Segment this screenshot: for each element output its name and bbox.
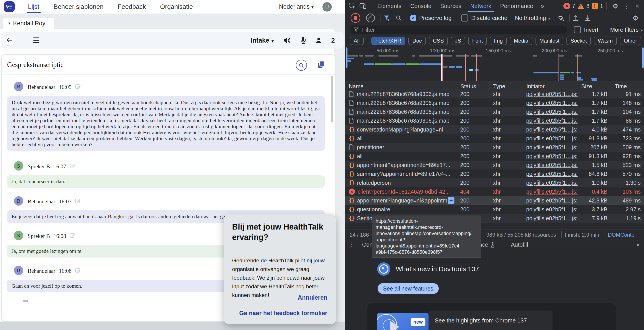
table-row[interactable]: main.222b87836bc6768a9306.js.map200xhrpo…: [345, 90, 644, 98]
filter-chip-manifest[interactable]: Manifest: [536, 37, 564, 45]
nav-tab-feedback[interactable]: Feedback: [116, 0, 147, 14]
intake-dropdown[interactable]: Intake▾: [251, 37, 274, 44]
edit-icon[interactable]: [75, 267, 81, 275]
filter-chip-socket[interactable]: Socket: [566, 37, 591, 45]
table-row[interactable]: main.222b87836bc6768a9306.js.map200xhrpo…: [345, 116, 644, 125]
patient-tab-kendall-roy[interactable]: ▾ Kendall Roy: [3, 18, 54, 29]
network-overview-timeline[interactable]: 50,000 ms100,000 ms150,000 ms200,000 ms2…: [345, 46, 644, 81]
nav-tab-organisatie[interactable]: Organisatie: [159, 0, 194, 14]
network-conditions-icon[interactable]: [557, 15, 564, 21]
table-row[interactable]: {}questionnaire200xhrpolyfills.e02b5f1..…: [345, 205, 644, 214]
table-row[interactable]: {}appointment?language=nl&appointm200xhr…: [345, 196, 644, 205]
table-row[interactable]: ×client?personId=081a46a9-6dbd-42...404x…: [345, 187, 644, 196]
menu-button[interactable]: [33, 37, 40, 43]
preserve-log-checkbox[interactable]: ✓: [410, 15, 416, 21]
table-row[interactable]: main.222b87836bc6768a9306.js.map200xhrpo…: [345, 107, 644, 116]
devtools-tab-elements[interactable]: Elements: [373, 0, 406, 12]
initiator-link[interactable]: polyfills.e02b5f1....js:: [526, 189, 578, 195]
settings-gear-icon[interactable]: ⚙: [610, 2, 621, 10]
filter-chip-wasm[interactable]: Wasm: [594, 37, 617, 45]
initiator-link[interactable]: polyfills.e02b5f1....js:: [526, 117, 578, 124]
more-filters-dropdown[interactable]: More filters▾: [610, 26, 643, 33]
clear-network-log-button[interactable]: [366, 14, 375, 22]
ai-insights-icon[interactable]: [448, 197, 454, 204]
devtools-tab-network[interactable]: Network: [466, 0, 496, 12]
edit-icon[interactable]: [75, 84, 81, 91]
filter-chip-js[interactable]: JS: [451, 37, 465, 45]
invert-checkbox[interactable]: [574, 26, 581, 33]
timeline-right-handle[interactable]: [642, 48, 644, 68]
edit-icon[interactable]: [70, 163, 76, 170]
user-avatar[interactable]: U: [322, 2, 332, 12]
microphone-icon[interactable]: [300, 37, 306, 44]
table-row[interactable]: {}conversationMapping?language=nl200xhrp…: [345, 125, 644, 134]
back-button[interactable]: [4, 35, 15, 46]
error-badge-icon[interactable]: ×: [564, 3, 570, 9]
drawer-kebab-icon[interactable]: ⋮: [345, 241, 355, 248]
initiator-link[interactable]: polyfills.e02b5f1....js:: [526, 180, 578, 186]
filter-chip-other[interactable]: Other: [620, 37, 641, 45]
filter-chip-css[interactable]: CSS: [429, 37, 448, 45]
filter-chip-all[interactable]: All: [350, 37, 364, 45]
table-row[interactable]: {}all200xhrpolyfills.e02b5f1....js:91.3 …: [345, 152, 644, 160]
edit-icon[interactable]: [75, 198, 81, 205]
participants-icon[interactable]: [315, 37, 322, 44]
nav-tab-beheer-sjablonen[interactable]: Beheer sjablonen: [52, 0, 105, 14]
close-devtools-icon[interactable]: ×: [633, 2, 642, 10]
initiator-link[interactable]: polyfills.e02b5f1....js:: [526, 171, 578, 177]
initiator-link[interactable]: polyfills.e02b5f1....js:: [526, 206, 578, 213]
table-row[interactable]: {}all200xhrpolyfills.e02b5f1....js:91.3 …: [345, 134, 644, 143]
initiator-link[interactable]: polyfills.e02b5f1....js:: [526, 109, 578, 115]
devtools-tab-performance[interactable]: Performance: [496, 0, 538, 12]
see-all-new-features-button[interactable]: See all new features: [378, 283, 439, 294]
import-har-icon[interactable]: [573, 15, 579, 21]
transcript-scrollbar[interactable]: [331, 76, 333, 122]
language-selector[interactable]: Nederlands▾: [279, 3, 314, 10]
filter-chip-media[interactable]: Media: [510, 37, 532, 45]
drawer-tab-autofill[interactable]: Autofill: [509, 241, 530, 248]
highlight-video-thumbnail[interactable]: new: [377, 313, 428, 330]
filter-chip-fetch-xhr[interactable]: Fetch/XHR: [372, 37, 405, 45]
more-tabs-icon[interactable]: »: [538, 3, 547, 10]
table-row[interactable]: {}relatedperson200xhrpolyfills.e02b5f1..…: [345, 178, 644, 187]
device-toolbar-icon[interactable]: [360, 3, 366, 9]
kebab-menu-icon[interactable]: ⋮: [621, 2, 633, 10]
export-har-icon[interactable]: [585, 15, 591, 21]
copy-button[interactable]: [317, 61, 325, 70]
throttling-dropdown[interactable]: No throttling▾: [515, 15, 550, 22]
filter-input[interactable]: Filter: [350, 26, 567, 34]
search-button[interactable]: [296, 60, 307, 71]
initiator-link[interactable]: polyfills.e02b5f1....js:: [526, 100, 578, 106]
app-logo-icon[interactable]: [4, 1, 14, 12]
initiator-link[interactable]: polyfills.e02b5f1....js:: [526, 91, 578, 97]
speaker-icon[interactable]: [283, 37, 291, 44]
warning-icon[interactable]: [578, 3, 584, 9]
initiator-link[interactable]: polyfills.e02b5f1....js:: [526, 126, 578, 133]
table-row[interactable]: practitioner200xhrpolyfills.e02b5f1....j…: [345, 143, 644, 152]
search-network-icon[interactable]: [396, 15, 402, 21]
devtools-tab-console[interactable]: Console: [406, 0, 436, 12]
devtools-tab-sources[interactable]: Sources: [436, 0, 466, 12]
issues-badge-icon[interactable]: !: [592, 3, 598, 9]
table-row[interactable]: {}summary?appointmentId=89fe17c4-...200x…: [345, 170, 644, 178]
nav-tab-lijst[interactable]: Lijst: [26, 0, 41, 14]
highlight-card[interactable]: new See the highlights from Chrome 137: [368, 303, 616, 330]
initiator-link[interactable]: polyfills.e02b5f1....js:: [526, 144, 578, 150]
inspect-element-icon[interactable]: [349, 3, 356, 9]
record-network-log-button[interactable]: [350, 13, 360, 23]
filter-chip-img[interactable]: Img: [490, 37, 507, 45]
edit-icon[interactable]: [70, 233, 76, 240]
close-drawer-icon[interactable]: ×: [634, 241, 642, 248]
initiator-link[interactable]: polyfills.e02b5f1....js:: [526, 153, 578, 159]
initiator-link[interactable]: polyfills.e02b5f1....js:: [526, 135, 578, 142]
filter-chip-doc[interactable]: Doc: [408, 37, 426, 45]
initiator-link[interactable]: polyfills.e02b5f1....js:: [526, 162, 578, 168]
cancel-button[interactable]: Annuleren: [298, 294, 327, 301]
initiator-link[interactable]: polyfills.e02b5f1....js:: [526, 215, 578, 222]
network-settings-gear-icon[interactable]: ⚙: [630, 14, 641, 22]
disable-cache-checkbox[interactable]: [461, 15, 468, 22]
filter-funnel-icon[interactable]: [384, 15, 390, 21]
filter-chip-font[interactable]: Font: [468, 37, 487, 45]
go-to-feedback-form-button[interactable]: Ga naar het feedback formulier: [239, 310, 327, 317]
initiator-link[interactable]: polyfills.e02b5f1....js:: [526, 197, 578, 204]
